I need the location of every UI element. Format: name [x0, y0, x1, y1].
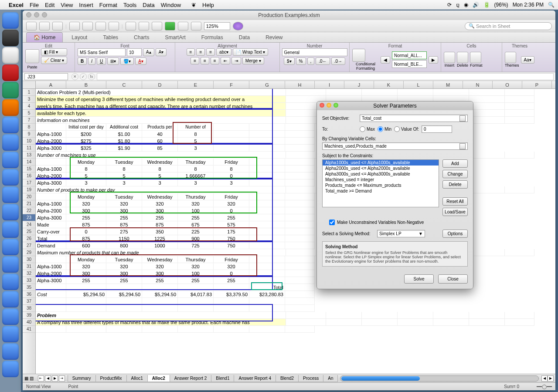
- row-33[interactable]: 33: [23, 277, 35, 284]
- underline-button[interactable]: U: [97, 57, 106, 65]
- style-1[interactable]: Normal_ALL...: [392, 51, 427, 59]
- row-26[interactable]: 26: [23, 235, 35, 242]
- row-13[interactable]: 13: [23, 152, 35, 159]
- constraint-item[interactable]: Alpha2000s_used <= Alpha2000s_available: [323, 166, 439, 171]
- row-20[interactable]: 20: [23, 193, 35, 200]
- style-nav-right[interactable]: ▶: [429, 56, 438, 64]
- inc-dec[interactable]: .0←: [316, 57, 330, 65]
- fx-icon[interactable]: fx: [88, 73, 95, 80]
- dock-app-12[interactable]: [2, 204, 19, 220]
- dock-app-18[interactable]: [2, 308, 19, 325]
- col-L[interactable]: L: [404, 81, 433, 88]
- formula-input[interactable]: [97, 73, 554, 80]
- row-37[interactable]: 37: [23, 298, 35, 305]
- volume-icon[interactable]: 🔊: [473, 2, 479, 8]
- col-G[interactable]: G: [249, 81, 285, 88]
- row-21[interactable]: 21: [23, 200, 35, 207]
- row-1[interactable]: 1: [23, 89, 35, 96]
- window-titlebar[interactable]: Production Examples.xlsm: [23, 10, 555, 20]
- sheet-tab-Answer Report 2[interactable]: Answer Report 2: [170, 375, 211, 382]
- dock-app-15[interactable]: [2, 256, 19, 273]
- sheet-area[interactable]: ABCDEFGHIJKLMNOP 13457891011131415161719…: [23, 81, 555, 374]
- undo-button[interactable]: [39, 22, 50, 30]
- spotlight-icon[interactable]: 🔍: [548, 2, 555, 8]
- row-27[interactable]: 27: [23, 242, 35, 249]
- row-40[interactable]: 40: [23, 319, 35, 326]
- number-format-select[interactable]: General: [282, 48, 347, 56]
- col-D[interactable]: D: [142, 81, 178, 88]
- app-name[interactable]: Excel: [9, 2, 24, 8]
- redo-button[interactable]: [52, 22, 63, 30]
- bold-button[interactable]: B: [78, 57, 87, 65]
- menu-data[interactable]: Data: [143, 2, 154, 8]
- ref-icon-2[interactable]: [459, 143, 466, 149]
- view-icons[interactable]: ▦ ▥: [24, 376, 34, 381]
- font-select[interactable]: MS Sans Serif: [78, 48, 126, 56]
- constraint-item[interactable]: Alpha1000s_used <= Alpha1000s_available: [323, 160, 439, 166]
- dock-app-10[interactable]: [2, 169, 19, 186]
- bluetooth-icon[interactable]: ⚼: [456, 2, 459, 8]
- radio-min[interactable]: Min: [378, 126, 391, 132]
- paste-large[interactable]: [25, 49, 39, 63]
- dock-app-20[interactable]: [2, 343, 19, 360]
- col-E[interactable]: E: [178, 81, 214, 88]
- fill-color-button[interactable]: 🪣▾: [120, 57, 134, 65]
- comma[interactable]: ,: [307, 57, 315, 65]
- options-button[interactable]: Options: [442, 230, 468, 238]
- col-H[interactable]: H: [285, 81, 315, 88]
- change-constraint-button[interactable]: Change: [442, 170, 468, 178]
- dock-app-14[interactable]: [2, 239, 19, 255]
- cut-button[interactable]: [69, 22, 80, 30]
- row-39[interactable]: 39: [23, 312, 35, 319]
- themes-button[interactable]: [505, 52, 516, 63]
- constraint-item[interactable]: Products_made <= Maximum_products: [323, 182, 439, 188]
- border-button[interactable]: ⊞▾: [107, 57, 119, 65]
- align-mid[interactable]: ≡: [196, 48, 205, 56]
- fx-button[interactable]: [165, 22, 175, 30]
- cancel-formula-icon[interactable]: ✕: [71, 73, 78, 80]
- solve-button[interactable]: Solve: [404, 274, 434, 284]
- col-B[interactable]: B: [66, 81, 106, 88]
- chart-button[interactable]: [178, 22, 188, 30]
- size-select[interactable]: 10: [127, 48, 142, 56]
- battery-icon[interactable]: 🔋: [483, 2, 490, 8]
- align-center[interactable]: ≡: [201, 57, 209, 64]
- col-F[interactable]: F: [214, 81, 249, 88]
- sheet-tab-Answer Report 4[interactable]: Answer Report 4: [234, 375, 276, 382]
- sort-button[interactable]: [139, 22, 149, 30]
- align-left[interactable]: ≡: [191, 57, 199, 64]
- row-23[interactable]: 23: [23, 214, 35, 221]
- row-24[interactable]: 24: [23, 221, 35, 228]
- percent[interactable]: %: [296, 57, 306, 65]
- menu-format[interactable]: Format: [99, 2, 117, 8]
- menu-window[interactable]: Window: [161, 2, 181, 8]
- row-17[interactable]: 17: [23, 179, 35, 186]
- orientation[interactable]: abc▾: [216, 48, 231, 56]
- reset-all-button[interactable]: Reset All: [442, 197, 468, 206]
- dock-app-17[interactable]: [2, 291, 19, 308]
- window-zoom[interactable]: [42, 12, 47, 17]
- dock-app-4[interactable]: [2, 64, 19, 81]
- paste-button[interactable]: [95, 22, 106, 30]
- clear-button[interactable]: 🧹 Clear ▾: [41, 57, 67, 64]
- valueof-input[interactable]: 0: [422, 125, 452, 133]
- sheet-tab-Blend1[interactable]: Blend1: [211, 375, 234, 382]
- menu-insert[interactable]: Insert: [79, 2, 93, 8]
- row-38[interactable]: 38: [23, 305, 35, 312]
- delete-cells[interactable]: [457, 52, 468, 63]
- dock-app-13[interactable]: [2, 221, 19, 238]
- window-minimize[interactable]: [34, 12, 39, 17]
- constraint-item[interactable]: Alpha3000s_used <= Alpha3000s_available: [323, 171, 439, 177]
- row-16[interactable]: 16: [23, 172, 35, 179]
- col-P[interactable]: P: [522, 81, 552, 88]
- dock-app-6[interactable]: [2, 99, 19, 116]
- sheet-tab-Blend2[interactable]: Blend2: [276, 375, 299, 382]
- filter-button[interactable]: [152, 22, 162, 30]
- row-5[interactable]: 5: [23, 110, 35, 117]
- changing-cells-input[interactable]: Machines_used,Products_made: [322, 142, 468, 150]
- font-color-button[interactable]: A▾: [135, 57, 146, 65]
- style-2[interactable]: Normal_BLE...: [392, 60, 427, 68]
- indent-inc[interactable]: ⇥: [231, 57, 241, 64]
- sync-icon[interactable]: ⟳: [447, 2, 452, 8]
- row-headers[interactable]: 1345789101113141516171920212223242526272…: [23, 89, 36, 374]
